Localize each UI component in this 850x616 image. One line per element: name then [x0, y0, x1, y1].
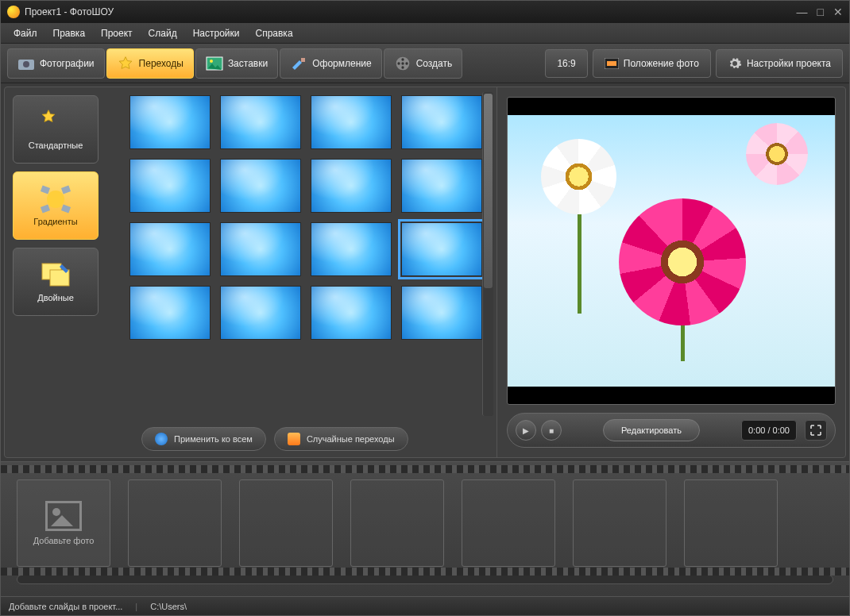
aspect-ratio-button[interactable]: 16:9: [545, 49, 587, 78]
timeline-slot[interactable]: [350, 479, 444, 567]
status-hint: Добавьте слайды в проект...: [9, 602, 122, 611]
project-settings-label: Настройки проекта: [747, 58, 831, 69]
svg-point-7: [405, 62, 408, 64]
picture-icon: [206, 56, 223, 71]
tab-camera[interactable]: Фотографии: [7, 48, 105, 79]
transition-thumb[interactable]: [129, 286, 211, 340]
svg-rect-16: [41, 186, 50, 194]
time-text: 0:00 / 0:00: [748, 425, 790, 435]
transitions-panel: СтандартныеГрадиентыДвойные Применить ко…: [5, 87, 497, 457]
category-label: Стандартные: [29, 141, 83, 150]
edit-label: Редактировать: [621, 425, 682, 435]
tab-label: Заставки: [228, 58, 268, 69]
content-area: СтандартныеГрадиентыДвойные Применить ко…: [4, 87, 846, 458]
toolbar: ФотографииПереходыЗаставкиОформлениеСозд…: [1, 44, 849, 83]
stop-button[interactable]: ■: [541, 420, 562, 441]
transition-thumb[interactable]: [311, 222, 392, 276]
transition-thumb[interactable]: [401, 222, 482, 276]
transition-thumb[interactable]: [311, 159, 392, 213]
maximize-button[interactable]: □: [817, 6, 824, 18]
timeline: Добавьте фото: [1, 461, 849, 596]
scroll-thumb[interactable]: [484, 94, 493, 288]
menu-настройки[interactable]: Настройки: [187, 25, 246, 42]
minimize-button[interactable]: —: [797, 6, 808, 18]
photo-position-button[interactable]: Положение фото: [593, 49, 711, 78]
thumbs-grid: [122, 87, 482, 421]
menu-слайд[interactable]: Слайд: [142, 25, 184, 42]
play-button[interactable]: ▶: [516, 420, 536, 441]
category-label: Двойные: [37, 293, 74, 302]
timeline-slot[interactable]: [239, 479, 333, 567]
statusbar: Добавьте слайды в проект... | C:\Users\: [1, 596, 849, 615]
transition-thumb[interactable]: [401, 95, 482, 149]
preview-image: [508, 115, 835, 387]
category-label: Градиенты: [33, 217, 77, 226]
tab-label: Создать: [416, 58, 453, 69]
svg-point-9: [397, 62, 400, 64]
transition-thumb[interactable]: [311, 95, 392, 149]
project-settings-button[interactable]: Настройки проекта: [716, 49, 843, 78]
category-double[interactable]: Двойные: [13, 248, 99, 316]
random-label: Случайные переходы: [307, 434, 395, 444]
edit-button[interactable]: Редактировать: [603, 419, 700, 441]
transition-thumb[interactable]: [129, 159, 211, 213]
svg-point-13: [47, 191, 64, 208]
brush-icon: [290, 56, 307, 71]
transition-thumb[interactable]: [220, 95, 301, 149]
apply-all-button[interactable]: Применить ко всем: [141, 427, 266, 451]
star-icon: [117, 56, 134, 71]
transition-thumb[interactable]: [401, 159, 482, 213]
transition-thumb[interactable]: [311, 286, 392, 340]
transition-thumb[interactable]: [220, 159, 301, 213]
double-icon: [40, 261, 71, 290]
player-bar: ▶ ■ Редактировать 0:00 / 0:00: [507, 413, 836, 448]
aspect-ratio-label: 16:9: [557, 58, 575, 69]
tab-star[interactable]: Переходы: [106, 48, 194, 79]
fullscreen-button[interactable]: [805, 420, 827, 441]
fullscreen-icon: [810, 425, 821, 436]
tab-picture[interactable]: Заставки: [195, 48, 278, 79]
timeline-slot[interactable]: [573, 479, 666, 567]
menubar: ФайлПравкаПроектСлайдНастройкиСправка: [1, 23, 849, 44]
browser: СтандартныеГрадиентыДвойные: [5, 87, 496, 421]
timeline-slot[interactable]: [128, 479, 222, 567]
scrollbar[interactable]: [482, 92, 493, 416]
transition-thumb[interactable]: [401, 286, 482, 340]
svg-rect-12: [607, 61, 616, 66]
add-photo-slot[interactable]: Добавьте фото: [17, 479, 110, 567]
heart-icon: [155, 433, 168, 445]
timeline-slots: Добавьте фото: [17, 479, 833, 567]
app-window: Проект1 - ФотоШОУ — □ ✕ ФайлПравкаПроект…: [0, 0, 850, 616]
category-list: СтандартныеГрадиентыДвойные: [5, 87, 122, 421]
transition-thumb[interactable]: [129, 95, 211, 149]
time-display: 0:00 / 0:00: [741, 420, 797, 441]
svg-rect-15: [61, 205, 71, 214]
svg-point-3: [210, 60, 213, 63]
close-button[interactable]: ✕: [833, 6, 843, 18]
tab-brush[interactable]: Оформление: [280, 48, 381, 79]
menu-справка[interactable]: Справка: [249, 25, 299, 42]
menu-файл[interactable]: Файл: [7, 25, 44, 42]
menu-правка[interactable]: Правка: [47, 25, 92, 42]
tab-reel[interactable]: Создать: [384, 48, 463, 79]
timeline-scrollbar[interactable]: [17, 575, 833, 584]
action-bar: Применить ко всем Случайные переходы: [5, 421, 496, 457]
camera-icon: [17, 56, 35, 71]
app-icon: [7, 6, 20, 18]
category-star[interactable]: Стандартные: [13, 95, 99, 164]
timeline-slot[interactable]: [462, 479, 555, 567]
timeline-slot[interactable]: [684, 479, 778, 567]
transition-thumb[interactable]: [129, 222, 211, 276]
category-gradient[interactable]: Градиенты: [13, 171, 99, 240]
picture-icon: [605, 58, 619, 69]
window-title: Проект1 - ФотоШОУ: [25, 6, 114, 17]
thumbs-area: [122, 87, 496, 421]
preview[interactable]: [507, 97, 836, 405]
transition-thumb[interactable]: [220, 222, 301, 276]
random-transitions-button[interactable]: Случайные переходы: [274, 427, 408, 451]
transition-thumb[interactable]: [220, 286, 301, 340]
star-icon: [40, 109, 71, 137]
shuffle-icon: [288, 433, 300, 445]
menu-проект[interactable]: Проект: [95, 25, 139, 42]
tab-label: Переходы: [139, 58, 184, 69]
